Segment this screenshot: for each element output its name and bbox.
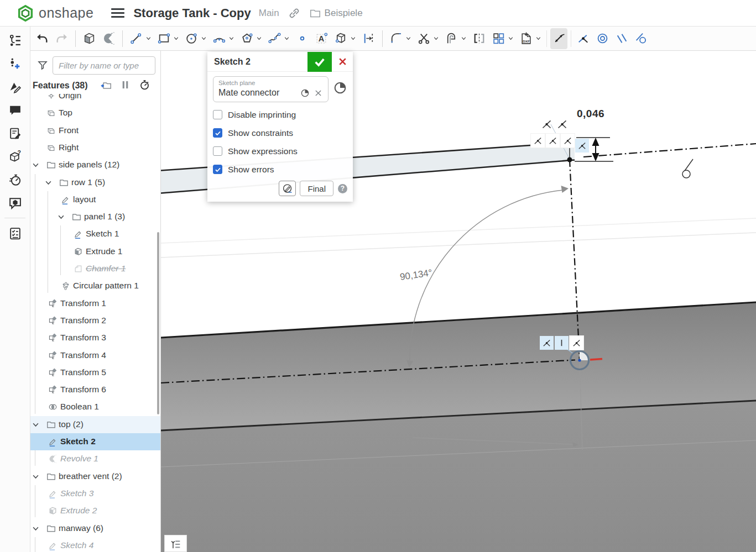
constraint-badge-pierce[interactable] (570, 336, 583, 350)
pie-clock-icon[interactable] (300, 88, 310, 98)
performance-panel-button[interactable] (0, 168, 30, 191)
suspend-button[interactable] (119, 79, 131, 93)
constraint-badge-vertical[interactable] (555, 336, 569, 350)
workspace-branch-label[interactable]: Main (259, 8, 279, 19)
checkbox-box[interactable] (213, 110, 222, 119)
use-tool-button[interactable] (332, 28, 358, 49)
arc-tool-button[interactable] (211, 28, 236, 49)
structure-panel-button[interactable] (0, 29, 30, 52)
checkbox-box[interactable] (213, 165, 222, 174)
tangent-tool-button[interactable] (633, 28, 650, 49)
chevron-down-icon[interactable] (228, 35, 234, 41)
chevron-down-icon[interactable] (508, 35, 514, 41)
chevron-down-icon[interactable] (405, 35, 411, 41)
chevron-down-icon[interactable] (284, 35, 290, 41)
fillet-tool-button[interactable] (388, 28, 413, 49)
document-location[interactable]: Beispiele (325, 8, 363, 19)
feedback-panel-button[interactable] (0, 191, 30, 214)
constraint-badge-pierce-highlight[interactable] (575, 139, 589, 153)
parallel-tool-button[interactable] (613, 28, 630, 49)
tree-item-panel-1-3[interactable]: panel 1 (3) (30, 208, 161, 225)
tree-item-extrude-1[interactable]: Extrude 1 (30, 243, 161, 260)
chevron-down-icon[interactable] (145, 35, 152, 41)
help-icon[interactable]: ? (338, 184, 347, 193)
undo-tool-button[interactable] (34, 28, 51, 49)
concentric-tool-button[interactable] (594, 28, 611, 49)
tree-item-front[interactable]: Front (30, 122, 161, 139)
tree-item-boolean-1[interactable]: Boolean 1 (30, 398, 161, 416)
chevron-down-icon[interactable] (32, 420, 40, 429)
circle-tool-button[interactable] (183, 28, 208, 49)
tree-item-transform-6[interactable]: Transform 6 (30, 381, 161, 398)
line-tool-button[interactable] (128, 28, 153, 49)
new-folder-button[interactable] (100, 79, 112, 93)
text-tool-button[interactable] (313, 28, 330, 49)
constraint-badge-pierce[interactable] (531, 134, 545, 148)
extrude-solid-tool-button[interactable] (81, 28, 98, 49)
tree-item-breather-vent-2[interactable]: breather vent (2) (30, 468, 161, 485)
tree-item-transform-3[interactable]: Transform 3 (30, 329, 161, 346)
constraint-glyph-pierce[interactable] (540, 117, 554, 131)
centerline-right[interactable] (583, 144, 756, 157)
revolve-solid-tool-button[interactable] (100, 28, 117, 49)
notes-panel-button[interactable] (0, 122, 30, 145)
filter-input[interactable] (53, 56, 155, 75)
panel-scrollbar[interactable] (157, 232, 159, 414)
tree-item-sketch-4[interactable]: Sketch 4 (30, 537, 161, 552)
chevron-down-icon[interactable] (201, 35, 207, 41)
linear-dimension-value[interactable]: 0,046 (577, 108, 604, 120)
chevron-down-icon[interactable] (173, 35, 179, 41)
part-help-panel-button[interactable] (0, 145, 30, 168)
dimension-tool-button[interactable] (550, 28, 567, 49)
tree-item-transform-1[interactable]: Transform 1 (30, 295, 161, 312)
tree-item-sketch-3[interactable]: Sketch 3 (30, 485, 161, 502)
checkbox-box[interactable] (213, 146, 222, 156)
comment-panel-button[interactable] (0, 98, 30, 122)
sketch-plane-value[interactable]: Mate connector (218, 88, 296, 98)
tree-item-transform-5[interactable]: Transform 5 (30, 364, 161, 381)
checkbox-show-constraints[interactable]: Show constraints (213, 124, 347, 142)
accept-button[interactable] (307, 52, 332, 72)
chevron-down-icon[interactable] (256, 35, 262, 41)
chevron-down-icon[interactable] (44, 178, 53, 187)
coincident-tool-button[interactable] (575, 28, 592, 49)
pattern-tool-button[interactable] (490, 28, 515, 49)
tree-item-revolve-1[interactable]: Revolve 1 (30, 450, 161, 467)
show-sketch-only-button[interactable] (279, 181, 296, 196)
chevron-down-icon[interactable] (57, 213, 65, 221)
point-tool-button[interactable] (294, 28, 311, 49)
chevron-down-icon[interactable] (32, 524, 40, 533)
trim-tool-button[interactable] (415, 28, 441, 49)
tree-item-transform-4[interactable]: Transform 4 (30, 347, 161, 364)
mirror-tool-button[interactable] (471, 28, 488, 49)
checkbox-disable-imprinting[interactable]: Disable imprinting (213, 106, 347, 124)
share-link-icon[interactable] (288, 7, 300, 19)
tree-item-sketch-1[interactable]: Sketch 1 (30, 225, 161, 243)
tree-item-sketch-2[interactable]: Sketch 2 (30, 433, 161, 450)
sketch-plane-field[interactable]: Sketch plane Mate connector (213, 76, 329, 102)
redo-tool-button[interactable] (53, 28, 70, 49)
mate-connector-center[interactable] (578, 359, 581, 361)
checklist-panel-button[interactable] (0, 222, 30, 245)
rectangle-tool-button[interactable] (155, 28, 181, 49)
offset-tool-button[interactable] (443, 28, 468, 49)
tree-item-chamfer-1[interactable]: Chamfer 1 (30, 260, 161, 277)
spline-tool-button[interactable] (266, 28, 291, 49)
dxf-tool-button[interactable] (518, 28, 543, 49)
tree-item-extrude-2[interactable]: Extrude 2 (30, 502, 161, 519)
cancel-button[interactable] (332, 52, 353, 72)
checkbox-show-errors[interactable]: Show errors (213, 160, 347, 178)
insert-panel-button[interactable] (0, 52, 30, 75)
clear-selection-icon[interactable] (314, 88, 323, 98)
rollback-pie-button[interactable] (333, 81, 347, 97)
main-menu-button[interactable] (111, 6, 124, 20)
tree-item-row-1-5[interactable]: row 1 (5) (30, 174, 161, 191)
tree-item-top[interactable]: Top (30, 104, 161, 122)
constraint-badge-pierce[interactable] (561, 134, 575, 148)
checkbox-box[interactable] (213, 128, 222, 138)
constraint-badge-pierce-highlight[interactable] (540, 336, 554, 350)
chevron-down-icon[interactable] (433, 35, 439, 41)
constraint-badge-pierce[interactable] (546, 134, 560, 148)
chevron-down-icon[interactable] (461, 35, 467, 41)
filter-icon[interactable] (37, 60, 48, 71)
